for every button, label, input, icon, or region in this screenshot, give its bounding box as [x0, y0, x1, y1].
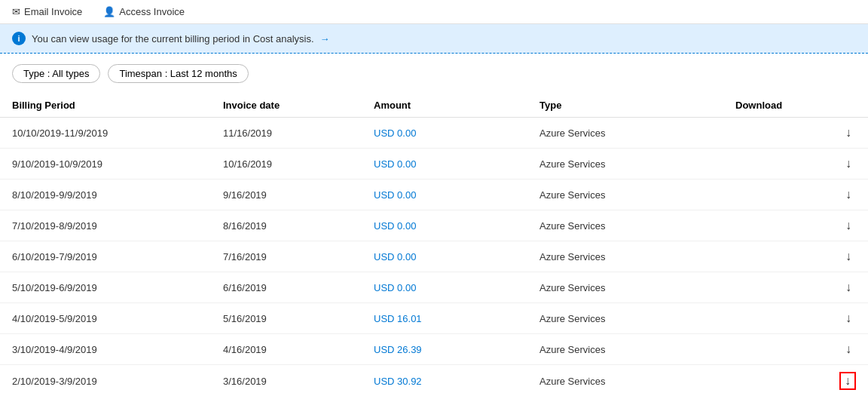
type-cell: Azure Services	[527, 241, 723, 272]
download-cell[interactable]: ↓	[723, 149, 868, 180]
type-cell: Azure Services	[527, 118, 723, 149]
amount-link[interactable]: USD 26.39	[374, 344, 422, 355]
table-header-row: Billing Period Invoice date Amount Type …	[0, 94, 868, 118]
invoice-date-cell: 3/16/2019	[211, 365, 362, 397]
download-button[interactable]: ↓	[841, 217, 856, 234]
amount-cell[interactable]: USD 0.00	[362, 180, 527, 210]
amount-link[interactable]: USD 0.00	[374, 220, 416, 232]
type-cell: Azure Services	[527, 149, 723, 180]
download-button[interactable]: ↓	[841, 124, 856, 141]
download-cell[interactable]: ↓	[723, 210, 868, 241]
download-button[interactable]: ↓	[841, 341, 856, 358]
invoice-date-cell: 7/16/2019	[211, 241, 362, 272]
table-row: 4/10/2019-5/9/2019 5/16/2019 USD 16.01 A…	[0, 303, 868, 334]
amount-cell[interactable]: USD 0.00	[362, 210, 527, 241]
billing-period-cell: 9/10/2019-10/9/2019	[0, 149, 211, 180]
info-banner: i You can view usage for the current bil…	[0, 24, 868, 54]
type-cell: Azure Services	[527, 210, 723, 241]
billing-period-cell: 6/10/2019-7/9/2019	[0, 241, 211, 272]
download-button[interactable]: ↓	[841, 155, 856, 172]
invoice-date-cell: 8/16/2019	[211, 210, 362, 241]
person-icon: 👤	[103, 6, 115, 17]
amount-link[interactable]: USD 0.00	[374, 251, 416, 262]
amount-cell[interactable]: USD 16.01	[362, 303, 527, 334]
invoice-date-cell: 10/16/2019	[211, 149, 362, 180]
table-row: 3/10/2019-4/9/2019 4/16/2019 USD 26.39 A…	[0, 334, 868, 365]
header-billing-period: Billing Period	[0, 94, 211, 118]
amount-link[interactable]: USD 0.00	[374, 158, 416, 170]
billing-period-cell: 2/10/2019-3/9/2019	[0, 365, 211, 397]
download-cell[interactable]: ↓	[723, 180, 868, 210]
table-row: 6/10/2019-7/9/2019 7/16/2019 USD 0.00 Az…	[0, 241, 868, 272]
table-row: 9/10/2019-10/9/2019 10/16/2019 USD 0.00 …	[0, 149, 868, 180]
invoice-date-cell: 11/16/2019	[211, 118, 362, 149]
type-cell: Azure Services	[527, 365, 723, 397]
amount-cell[interactable]: USD 0.00	[362, 272, 527, 303]
billing-period-cell: 7/10/2019-8/9/2019	[0, 210, 211, 241]
email-invoice-label: Email Invoice	[24, 6, 82, 17]
amount-link[interactable]: USD 30.92	[374, 376, 422, 387]
amount-cell[interactable]: USD 0.00	[362, 149, 527, 180]
download-cell[interactable]: ↓	[723, 241, 868, 272]
table-row: 10/10/2019-11/9/2019 11/16/2019 USD 0.00…	[0, 118, 868, 149]
type-cell: Azure Services	[527, 334, 723, 365]
billing-period-cell: 5/10/2019-6/9/2019	[0, 272, 211, 303]
cost-analysis-link[interactable]: →	[320, 33, 330, 45]
amount-link[interactable]: USD 0.00	[374, 282, 416, 293]
amount-cell[interactable]: USD 0.00	[362, 241, 527, 272]
type-filter[interactable]: Type : All types	[12, 64, 100, 83]
header-type: Type	[527, 94, 723, 118]
download-cell[interactable]: ↓	[723, 118, 868, 149]
amount-cell[interactable]: USD 30.92	[362, 365, 527, 397]
banner-message: You can view usage for the current billi…	[32, 33, 314, 45]
amount-link[interactable]: USD 0.00	[374, 127, 416, 139]
email-icon: ✉	[12, 6, 20, 17]
table-row: 8/10/2019-9/9/2019 9/16/2019 USD 0.00 Az…	[0, 180, 868, 210]
table-row: 7/10/2019-8/9/2019 8/16/2019 USD 0.00 Az…	[0, 210, 868, 241]
invoice-date-cell: 9/16/2019	[211, 180, 362, 210]
type-cell: Azure Services	[527, 180, 723, 210]
header-invoice-date: Invoice date	[211, 94, 362, 118]
download-button[interactable]: ↓	[839, 372, 856, 390]
billing-period-cell: 3/10/2019-4/9/2019	[0, 334, 211, 365]
header-amount: Amount	[362, 94, 527, 118]
billing-period-cell: 4/10/2019-5/9/2019	[0, 303, 211, 334]
download-cell[interactable]: ↓	[723, 334, 868, 365]
invoice-date-cell: 4/16/2019	[211, 334, 362, 365]
invoice-date-cell: 5/16/2019	[211, 303, 362, 334]
invoice-table: Billing Period Invoice date Amount Type …	[0, 94, 868, 396]
toolbar: ✉ Email Invoice 👤 Access Invoice	[0, 0, 868, 24]
billing-period-cell: 10/10/2019-11/9/2019	[0, 118, 211, 149]
amount-link[interactable]: USD 0.00	[374, 189, 416, 201]
access-invoice-label: Access Invoice	[119, 6, 185, 17]
amount-cell[interactable]: USD 26.39	[362, 334, 527, 365]
billing-period-cell: 8/10/2019-9/9/2019	[0, 180, 211, 210]
download-button[interactable]: ↓	[841, 279, 856, 296]
table-row: 5/10/2019-6/9/2019 6/16/2019 USD 0.00 Az…	[0, 272, 868, 303]
download-button[interactable]: ↓	[841, 248, 856, 265]
amount-cell[interactable]: USD 0.00	[362, 118, 527, 149]
download-button[interactable]: ↓	[841, 310, 856, 327]
timespan-filter[interactable]: Timespan : Last 12 months	[108, 64, 248, 83]
table-row: 2/10/2019-3/9/2019 3/16/2019 USD 30.92 A…	[0, 365, 868, 397]
download-cell[interactable]: ↓	[723, 365, 868, 397]
download-button[interactable]: ↓	[841, 186, 856, 203]
download-cell[interactable]: ↓	[723, 303, 868, 334]
type-cell: Azure Services	[527, 272, 723, 303]
filters-bar: Type : All types Timespan : Last 12 mont…	[0, 54, 868, 94]
amount-link[interactable]: USD 16.01	[374, 313, 422, 324]
header-download: Download	[723, 94, 868, 118]
type-cell: Azure Services	[527, 303, 723, 334]
access-invoice-button[interactable]: 👤 Access Invoice	[100, 5, 188, 19]
email-invoice-button[interactable]: ✉ Email Invoice	[9, 5, 85, 19]
info-icon: i	[12, 32, 26, 45]
invoice-date-cell: 6/16/2019	[211, 272, 362, 303]
download-cell[interactable]: ↓	[723, 272, 868, 303]
